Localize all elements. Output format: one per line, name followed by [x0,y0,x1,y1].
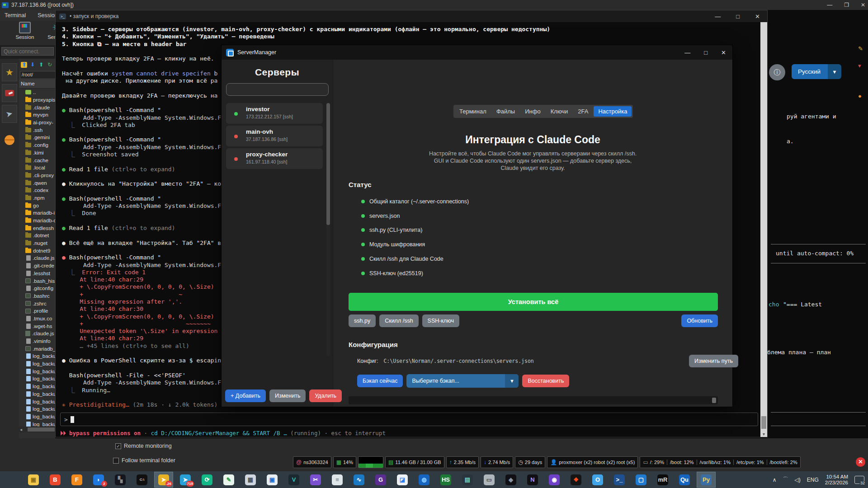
file-row[interactable]: .. [19,89,58,96]
server-search-input[interactable] [226,83,329,96]
taskbar-sync-icon[interactable]: ⟳ [198,472,216,487]
backup-now-button[interactable]: Бэкап сейчас [357,375,403,387]
terminal-maximize-button[interactable]: □ [736,13,740,20]
file-row[interactable]: .tmux.co [19,315,58,323]
terminal-titlebar[interactable]: >_ • запуск и проверка — □ ✕ [56,10,767,22]
taskbar-quick-utmo-icon[interactable]: Qu [675,472,693,487]
tab-Файлы[interactable]: Файлы [492,106,519,117]
file-row[interactable]: .claude [19,103,58,111]
mobaxterm-close-button[interactable]: ✕ [861,2,865,8]
taskbar-mobaxterm-icon[interactable]: ▤ [458,472,476,487]
file-row[interactable]: log_backu [19,413,58,421]
taskbar-blue-circle-icon[interactable]: ◍ [415,472,433,487]
file-row[interactable]: endlessh [19,224,58,232]
taskbar-mr-app-icon[interactable]: mR [654,472,672,487]
tools-knife-icon[interactable] [2,84,17,102]
file-row[interactable]: .git-crede [19,262,58,270]
wifi-icon[interactable]: ⌒ [783,476,788,483]
taskbar-remote-desktop-icon[interactable]: ▢ [632,472,650,487]
taskbar-phone-edit-icon[interactable]: ✎ [220,472,238,487]
taskbar-figma-icon[interactable]: ❖ [567,472,585,487]
name-column-header[interactable]: Name [19,80,58,89]
server-item-main-ovh[interactable]: main-ovh37.187.136.86 [ssh] [226,126,323,146]
file-row[interactable]: log_backu [19,405,58,413]
file-row[interactable]: .codex [19,187,58,194]
taskbar-photos-icon[interactable]: ◪ [393,472,411,487]
sm-close-button[interactable]: ✕ [721,49,726,56]
remote-monitoring-checkbox[interactable]: ✓ Remote monitoring [115,443,172,449]
file-row[interactable]: .bash_his [19,277,58,285]
mobaxterm-minimize-button[interactable]: — [827,2,832,8]
file-row[interactable]: .profile [19,307,58,315]
tray-clock[interactable]: 10:54 AM2/23/2026 [825,474,848,486]
taskbar-notepad-icon[interactable]: ≡ [328,472,346,487]
taskbar-start-icon[interactable] [3,472,21,487]
tab-2FA[interactable]: 2FA [573,106,593,117]
file-row[interactable]: myvpn [19,111,58,119]
file-row[interactable]: .cli-proxy [19,172,58,179]
menu-terminal[interactable]: Terminal [5,12,26,19]
quick-connect-input[interactable] [1,47,54,56]
terminal-scrollbar[interactable]: ▾ [760,22,767,437]
taskbar-messenger-icon[interactable]: ◗2 [90,472,108,487]
sm-maximize-button[interactable]: □ [704,49,708,56]
file-row[interactable]: .claude.js [19,254,58,262]
monitoring-close-icon[interactable]: ✕ [856,457,865,467]
file-row[interactable]: log_backu [19,352,58,360]
tab-Настройка[interactable]: Настройка [594,106,632,117]
server-item-investor[interactable]: investor173.212.212.157 [ssh] [226,103,323,124]
taskbar-calculator-icon[interactable]: ▦ [241,472,259,487]
upload-icon[interactable]: ⬆ [38,62,44,68]
add-server-button[interactable]: + Добавить [225,389,266,402]
install-sshkey-button[interactable]: SSH-ключ [422,314,459,327]
backup-select[interactable]: Выберите бэкап... ▼ [406,374,519,388]
tab-Ключи[interactable]: Ключи [546,106,573,117]
mobaxterm-maximize-button[interactable]: ❐ [844,2,849,8]
taskbar-cmd-icon[interactable]: C:\ [133,472,151,487]
taskbar-opera-icon[interactable]: O [589,472,607,487]
taskbar-brave-icon[interactable]: B [46,472,64,487]
file-row[interactable]: .lesshst [19,270,58,277]
sm-minimize-button[interactable]: — [684,49,690,56]
log-strip[interactable] [349,396,718,404]
install-all-button[interactable]: Установить всё [349,293,718,311]
refresh-icon[interactable]: ↻ [47,62,53,68]
terminal-prompt-input[interactable]: > [60,413,758,426]
taskbar-gitkraken-icon[interactable]: ◉ [545,472,563,487]
taskbar-notion-icon[interactable]: N [524,472,542,487]
file-row[interactable]: proxyapis [19,96,58,104]
file-row[interactable]: log_backu [19,398,58,405]
file-row[interactable]: go [19,202,58,209]
file-row[interactable]: mariadb-d [19,217,58,225]
taskbar-dark-app-icon[interactable]: ▚ [111,472,129,487]
language-dropdown[interactable]: Русский ▼ [792,64,841,79]
taskbar-python-icon[interactable]: Py [697,472,715,487]
taskbar-shield-icon[interactable]: ◆ [502,472,520,487]
file-row[interactable]: .viminfo [19,338,58,345]
taskbar-hs-icon[interactable]: HS [437,472,455,487]
taskbar-firefox-icon[interactable]: F [68,472,86,487]
edge-pencil-icon[interactable]: ✎ [858,45,863,52]
restore-button[interactable]: Восстановить [522,375,569,387]
file-row[interactable]: .config [19,141,58,149]
file-row[interactable]: .gitconfig [19,285,58,292]
file-row[interactable]: .dotnet [19,232,58,239]
refresh-button[interactable]: Обновить [681,314,718,327]
file-row[interactable]: log_backu [19,390,58,398]
current-path[interactable]: /root/ [20,71,57,79]
file-row[interactable]: log_backu [19,375,58,383]
favorites-star-icon[interactable]: ★ [2,63,17,81]
file-row[interactable]: log_backu [19,360,58,368]
install-sshpy-button[interactable]: ssh.py [349,314,376,327]
info-button[interactable]: ⓘ [769,64,785,80]
taskbar-window-blue-icon[interactable]: ▣ [263,472,281,487]
terminal-minimize-button[interactable]: — [715,13,721,20]
file-row[interactable]: .kimi [19,149,58,157]
taskbar-monitor-gray-icon[interactable]: ▭ [480,472,498,487]
edit-server-button[interactable]: Изменить [269,389,306,402]
file-row[interactable]: .local [19,164,58,172]
file-row[interactable]: log_backu [19,383,58,390]
taskbar-g-app-icon[interactable]: G [372,472,390,487]
toolbar-session-button[interactable]: Session [12,22,38,40]
edge-dot-icon[interactable]: ● [858,93,862,99]
